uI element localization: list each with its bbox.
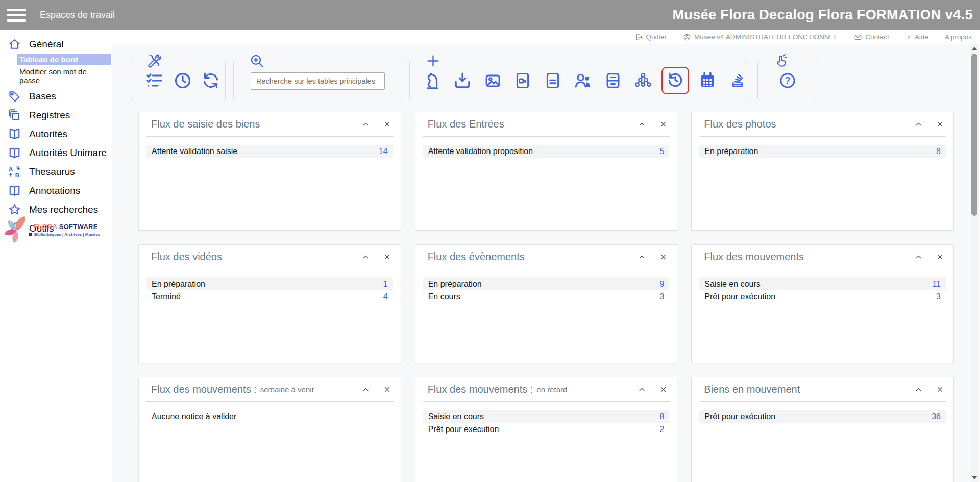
card-close-button[interactable] — [383, 385, 391, 394]
card-title: Flux des vidéos — [151, 251, 222, 263]
card-collapse-button[interactable] — [361, 252, 370, 261]
card-close-button[interactable] — [383, 120, 391, 129]
status-count[interactable]: 3 — [936, 292, 941, 301]
dashboard-card: Flux des Entrées Attente validation prop… — [415, 112, 678, 231]
toolbar-button-clock[interactable] — [173, 71, 192, 90]
card-collapse-button[interactable] — [361, 385, 370, 394]
card-title: Flux des Entrées — [428, 118, 504, 130]
card-rows: Saisie en cours 8 Prêt pour exécution 2 — [423, 410, 670, 436]
toolbar-button-image[interactable] — [483, 71, 502, 90]
card-close-button[interactable] — [659, 385, 668, 394]
linkbar-item[interactable]: Quitter — [635, 33, 667, 41]
card-collapse-button[interactable] — [638, 120, 646, 129]
card-status-row: Attente validation saisie 14 — [146, 145, 393, 158]
card-controls — [914, 385, 944, 394]
toolbar-button-history[interactable] — [666, 70, 685, 89]
svg-text:B: B — [15, 172, 20, 179]
sidebar-item[interactable]: Bases — [0, 87, 111, 106]
toolbar-button-calendar[interactable] — [698, 71, 717, 90]
card-close-button[interactable] — [936, 120, 944, 129]
linkbar-item-label: A propos — [945, 33, 972, 41]
toolbar-button-video-file[interactable] — [513, 71, 532, 90]
linkbar-item[interactable]: Contact — [854, 33, 889, 41]
linkbar-item[interactable]: Musée v4 ADMINISTRATEUR FONCTIONNEL — [683, 33, 838, 41]
toolbar-button-checklist[interactable] — [145, 71, 164, 90]
status-count[interactable]: 3 — [659, 292, 664, 301]
card-title: Flux des photos — [704, 118, 776, 130]
card-divider — [146, 136, 394, 137]
scrollbar-thumb[interactable] — [971, 54, 977, 216]
card-collapse-button[interactable] — [914, 385, 923, 394]
status-count[interactable]: 14 — [379, 147, 388, 156]
card-collapse-button[interactable] — [914, 252, 923, 261]
sidebar-item[interactable]: Autorités — [0, 124, 111, 143]
user-circle-icon — [683, 33, 691, 41]
card-close-button[interactable] — [659, 252, 668, 261]
card-collapse-button[interactable] — [914, 120, 923, 129]
card-rows: Attente validation proposition 5 — [423, 145, 670, 158]
card-controls — [361, 120, 391, 129]
status-count[interactable]: 1 — [383, 280, 388, 289]
toolbar-button-import[interactable] — [453, 71, 472, 90]
card-close-button[interactable] — [936, 385, 944, 394]
toolbar-button-drawer[interactable] — [603, 71, 623, 90]
scroll-down-arrow-icon[interactable] — [970, 474, 979, 482]
card-close-button[interactable] — [936, 252, 944, 261]
calendar-icon — [698, 71, 717, 90]
sidebar-subitem[interactable]: Tableau de bord — [17, 54, 111, 65]
card-rows: En préparation 8 — [699, 145, 946, 158]
toolbar-button-users[interactable] — [573, 71, 593, 90]
status-count[interactable]: 9 — [659, 280, 664, 289]
vertical-scrollbar — [970, 44, 979, 482]
toolbar-button-stack[interactable] — [728, 71, 747, 90]
card-status-row: Saisie en cours 8 — [423, 410, 670, 423]
card-close-button[interactable] — [659, 120, 668, 129]
toolbar-group-create — [409, 61, 748, 100]
card-header: Flux des mouvements — [692, 245, 953, 269]
sidebar-subitem[interactable]: Modifier son mot de passe — [17, 66, 111, 86]
status-count[interactable]: 4 — [383, 292, 388, 301]
card-status-row: En préparation 1 — [146, 277, 393, 290]
sidebar-item[interactable]: AB Thesaurus — [0, 162, 111, 181]
sidebar-item[interactable]: Annotations — [0, 181, 111, 200]
toolbar-button-document[interactable] — [543, 71, 562, 90]
card-status-row: Attente validation proposition 5 — [423, 145, 670, 158]
document-icon — [543, 71, 562, 90]
linkbar-item[interactable]: A propos — [945, 33, 972, 41]
toolbar-button-refresh[interactable] — [201, 71, 220, 90]
toolbar-button-network[interactable] — [633, 71, 653, 90]
users-icon — [573, 71, 593, 90]
card-divider — [146, 269, 394, 269]
sidebar-item[interactable]: Registres — [0, 106, 111, 124]
dashboard-card: Flux des mouvements Saisie en cours 11 P… — [691, 244, 954, 363]
card-controls — [638, 385, 668, 394]
card-collapse-button[interactable] — [638, 385, 646, 394]
toolbar-button-chess-knight[interactable] — [423, 71, 442, 90]
linkbar-item[interactable]: ? Aide — [905, 33, 928, 41]
toolbar-group-tools — [131, 61, 226, 100]
scroll-up-arrow-icon[interactable] — [970, 44, 979, 53]
card-collapse-button[interactable] — [361, 120, 370, 129]
card-divider — [423, 401, 670, 402]
book-icon — [8, 127, 21, 141]
search-input[interactable] — [251, 72, 385, 90]
status-count[interactable]: 36 — [932, 412, 941, 421]
status-label: Saisie en cours — [428, 412, 484, 421]
card-title: Flux de saisie des biens — [151, 118, 260, 130]
card-divider — [699, 269, 946, 269]
toolbar-group-help: ? — [757, 61, 817, 100]
status-count[interactable]: 5 — [659, 147, 664, 156]
sidebar-item-label: Registres — [29, 110, 70, 121]
toolbar-button-help[interactable]: ? — [778, 71, 797, 90]
card-title: Biens en mouvement — [704, 384, 800, 395]
card-collapse-button[interactable] — [638, 252, 646, 261]
status-count[interactable]: 8 — [659, 412, 664, 421]
status-count[interactable]: 2 — [659, 425, 664, 434]
sidebar-item[interactable]: Autorités Unimarc — [0, 143, 111, 162]
status-count[interactable]: 11 — [932, 280, 941, 289]
dashboard-card: Flux de saisie des biens Attente validat… — [138, 112, 401, 231]
sidebar-item[interactable]: Général — [0, 35, 111, 54]
hamburger-menu-icon[interactable] — [7, 9, 26, 22]
status-count[interactable]: 8 — [936, 147, 941, 156]
card-close-button[interactable] — [383, 252, 391, 261]
